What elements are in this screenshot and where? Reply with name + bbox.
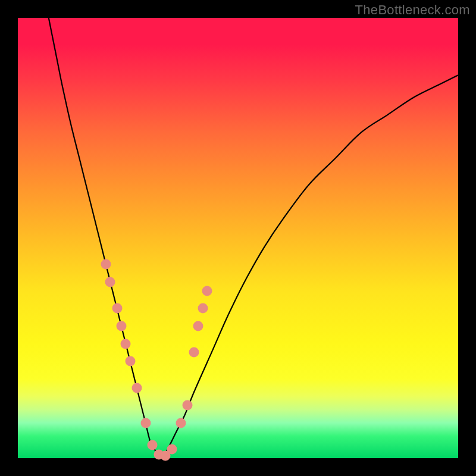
data-point bbox=[202, 286, 212, 296]
data-point bbox=[198, 303, 208, 314]
data-point bbox=[176, 418, 186, 428]
data-point bbox=[116, 321, 126, 331]
curve-layer bbox=[18, 18, 458, 458]
data-point bbox=[193, 321, 203, 331]
curve-left-branch bbox=[49, 18, 163, 456]
data-point bbox=[189, 347, 199, 358]
plot-area bbox=[18, 18, 458, 458]
data-point bbox=[105, 277, 115, 287]
data-point bbox=[140, 418, 151, 428]
chart-frame: TheBottleneck.com bbox=[0, 0, 476, 476]
data-point bbox=[101, 259, 111, 270]
data-point bbox=[112, 303, 122, 314]
data-point bbox=[125, 356, 135, 367]
data-point bbox=[167, 444, 177, 455]
curve-right-branch bbox=[163, 75, 458, 456]
data-point bbox=[182, 400, 192, 411]
data-point bbox=[131, 383, 142, 393]
watermark-text: TheBottleneck.com bbox=[355, 2, 470, 18]
data-point bbox=[147, 440, 157, 450]
data-point bbox=[121, 339, 131, 349]
